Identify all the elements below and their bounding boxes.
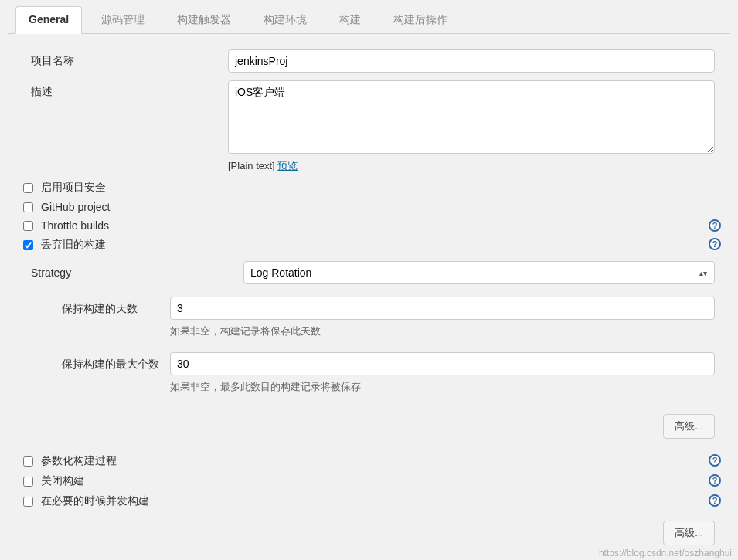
tab-general[interactable]: General <box>15 6 82 34</box>
days-to-keep-label: 保持构建的天数 <box>62 297 170 316</box>
help-icon[interactable]: ? <box>709 238 721 250</box>
help-icon[interactable]: ? <box>709 454 721 467</box>
discard-old-checkbox[interactable] <box>23 240 33 250</box>
preview-link[interactable]: 预览 <box>277 160 298 171</box>
project-name-input[interactable] <box>228 49 715 73</box>
description-format: [Plain text] <box>228 160 277 171</box>
max-hint: 如果非空，最多此数目的构建记录将被保存 <box>170 380 715 394</box>
config-tabs: General 源码管理 构建触发器 构建环境 构建 构建后操作 <box>8 0 730 34</box>
github-project-checkbox[interactable] <box>23 202 33 212</box>
bottom-advanced-button[interactable]: 高级... <box>663 521 715 545</box>
tab-post-build[interactable]: 构建后操作 <box>380 6 461 33</box>
enable-security-label[interactable]: 启用项目安全 <box>41 181 106 195</box>
max-builds-input[interactable] <box>170 352 715 375</box>
max-builds-label: 保持构建的最大个数 <box>62 352 170 372</box>
discard-old-label[interactable]: 丢弃旧的构建 <box>41 238 106 252</box>
throttle-builds-checkbox[interactable] <box>23 221 33 231</box>
tab-scm[interactable]: 源码管理 <box>88 6 158 33</box>
tab-build[interactable]: 构建 <box>326 6 374 33</box>
github-project-label[interactable]: GitHub project <box>41 201 110 213</box>
help-icon[interactable]: ? <box>709 219 721 232</box>
disable-build-checkbox[interactable] <box>23 477 33 487</box>
concurrent-checkbox[interactable] <box>23 497 33 507</box>
throttle-builds-label[interactable]: Throttle builds <box>41 219 109 232</box>
concurrent-label[interactable]: 在必要的时候并发构建 <box>41 494 149 508</box>
days-to-keep-input[interactable] <box>170 297 715 320</box>
disable-build-label[interactable]: 关闭构建 <box>41 474 84 488</box>
project-name-label: 项目名称 <box>15 49 228 68</box>
description-textarea[interactable]: iOS客户端 <box>228 80 715 154</box>
tab-build-env[interactable]: 构建环境 <box>250 6 320 33</box>
help-icon[interactable]: ? <box>709 474 721 487</box>
strategy-select[interactable]: Log Rotation <box>243 261 715 284</box>
tab-triggers[interactable]: 构建触发器 <box>164 6 244 33</box>
days-hint: 如果非空，构建记录将保存此天数 <box>170 324 715 338</box>
advanced-button[interactable]: 高级... <box>663 414 715 439</box>
strategy-label: Strategy <box>31 266 243 279</box>
help-icon[interactable]: ? <box>709 494 721 507</box>
parameterized-checkbox[interactable] <box>23 456 33 467</box>
enable-security-checkbox[interactable] <box>23 183 33 193</box>
description-label: 描述 <box>15 80 228 99</box>
parameterized-label[interactable]: 参数化构建过程 <box>41 454 117 468</box>
